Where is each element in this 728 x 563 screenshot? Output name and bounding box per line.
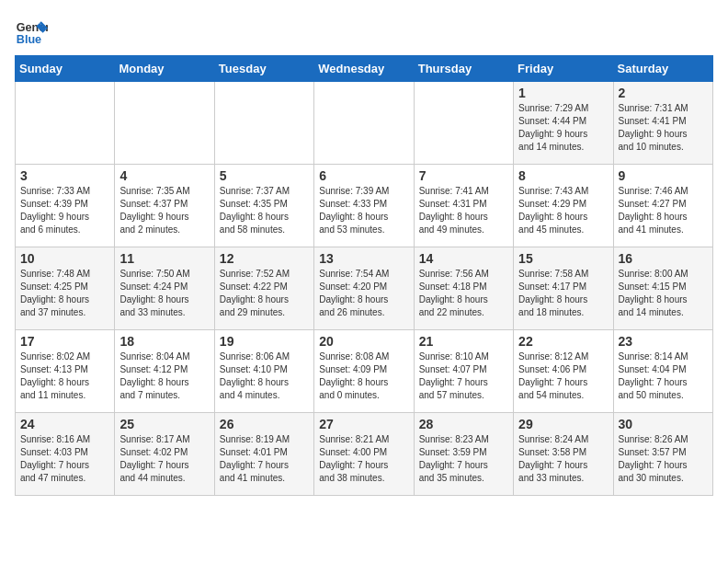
- day-info: Sunrise: 7:54 AM Sunset: 4:20 PM Dayligh…: [319, 268, 408, 319]
- day-number: 17: [20, 334, 109, 349]
- day-number: 9: [619, 168, 708, 183]
- weekday-header-sunday: Sunday: [16, 56, 115, 82]
- logo-icon: General Blue: [15, 15, 48, 48]
- day-info: Sunrise: 8:04 AM Sunset: 4:12 PM Dayligh…: [119, 350, 209, 402]
- weekday-header-monday: Monday: [115, 56, 214, 82]
- day-number: 2: [619, 86, 708, 100]
- day-number: 10: [20, 251, 109, 266]
- calendar-cell: 23Sunrise: 8:14 AM Sunset: 4:04 PM Dayli…: [613, 330, 712, 413]
- calendar-cell: 5Sunrise: 7:37 AM Sunset: 4:35 PM Daylig…: [214, 165, 313, 247]
- day-info: Sunrise: 8:02 AM Sunset: 4:13 PM Dayligh…: [20, 350, 109, 402]
- calendar-cell: 22Sunrise: 8:12 AM Sunset: 4:06 PM Dayli…: [514, 330, 613, 413]
- day-number: 22: [518, 334, 608, 349]
- day-info: Sunrise: 8:16 AM Sunset: 4:03 PM Dayligh…: [20, 433, 109, 485]
- calendar-cell: 9Sunrise: 7:46 AM Sunset: 4:27 PM Daylig…: [613, 165, 712, 247]
- day-info: Sunrise: 8:24 AM Sunset: 3:58 PM Dayligh…: [518, 433, 608, 485]
- day-number: 5: [220, 168, 309, 183]
- weekday-header-tuesday: Tuesday: [214, 56, 313, 82]
- day-info: Sunrise: 7:37 AM Sunset: 4:35 PM Dayligh…: [220, 185, 309, 236]
- weekday-header-saturday: Saturday: [613, 56, 712, 82]
- day-number: 25: [119, 417, 209, 431]
- day-info: Sunrise: 8:23 AM Sunset: 3:59 PM Dayligh…: [419, 433, 508, 485]
- calendar-cell: 1Sunrise: 7:29 AM Sunset: 4:44 PM Daylig…: [514, 82, 613, 165]
- day-info: Sunrise: 7:31 AM Sunset: 4:41 PM Dayligh…: [619, 102, 708, 154]
- calendar-cell: 26Sunrise: 8:19 AM Sunset: 4:01 PM Dayli…: [214, 413, 313, 496]
- weekday-header-friday: Friday: [514, 56, 613, 82]
- day-info: Sunrise: 7:46 AM Sunset: 4:27 PM Dayligh…: [619, 185, 708, 236]
- day-info: Sunrise: 8:08 AM Sunset: 4:09 PM Dayligh…: [319, 350, 408, 402]
- calendar-cell: [16, 82, 115, 165]
- calendar-cell: 12Sunrise: 7:52 AM Sunset: 4:22 PM Dayli…: [214, 247, 313, 330]
- day-info: Sunrise: 8:26 AM Sunset: 3:57 PM Dayligh…: [619, 433, 708, 485]
- day-info: Sunrise: 7:48 AM Sunset: 4:25 PM Dayligh…: [20, 268, 109, 319]
- day-number: 19: [220, 334, 309, 349]
- day-info: Sunrise: 7:56 AM Sunset: 4:18 PM Dayligh…: [419, 268, 508, 319]
- calendar-cell: 18Sunrise: 8:04 AM Sunset: 4:12 PM Dayli…: [115, 330, 214, 413]
- calendar-cell: 25Sunrise: 8:17 AM Sunset: 4:02 PM Dayli…: [115, 413, 214, 496]
- calendar-cell: 19Sunrise: 8:06 AM Sunset: 4:10 PM Dayli…: [214, 330, 313, 413]
- calendar-cell: [314, 82, 414, 165]
- day-info: Sunrise: 8:00 AM Sunset: 4:15 PM Dayligh…: [619, 268, 708, 319]
- day-number: 18: [119, 334, 209, 349]
- calendar-cell: 27Sunrise: 8:21 AM Sunset: 4:00 PM Dayli…: [314, 413, 414, 496]
- calendar-cell: 2Sunrise: 7:31 AM Sunset: 4:41 PM Daylig…: [613, 82, 712, 165]
- day-number: 23: [619, 334, 708, 349]
- day-number: 6: [319, 168, 408, 183]
- day-info: Sunrise: 7:41 AM Sunset: 4:31 PM Dayligh…: [419, 185, 508, 236]
- calendar-cell: 7Sunrise: 7:41 AM Sunset: 4:31 PM Daylig…: [414, 165, 513, 247]
- day-info: Sunrise: 7:29 AM Sunset: 4:44 PM Dayligh…: [518, 102, 608, 154]
- calendar-table: SundayMondayTuesdayWednesdayThursdayFrid…: [15, 55, 713, 496]
- calendar-cell: 14Sunrise: 7:56 AM Sunset: 4:18 PM Dayli…: [414, 247, 513, 330]
- calendar-cell: 11Sunrise: 7:50 AM Sunset: 4:24 PM Dayli…: [115, 247, 214, 330]
- calendar-week-row: 10Sunrise: 7:48 AM Sunset: 4:25 PM Dayli…: [16, 247, 713, 330]
- calendar-cell: [214, 82, 313, 165]
- calendar-cell: 24Sunrise: 8:16 AM Sunset: 4:03 PM Dayli…: [16, 413, 115, 496]
- day-number: 16: [619, 251, 708, 266]
- calendar-cell: 29Sunrise: 8:24 AM Sunset: 3:58 PM Dayli…: [514, 413, 613, 496]
- day-number: 15: [518, 251, 608, 266]
- day-number: 21: [419, 334, 508, 349]
- logo: General Blue: [15, 15, 51, 48]
- day-number: 26: [220, 417, 309, 431]
- calendar-cell: 15Sunrise: 7:58 AM Sunset: 4:17 PM Dayli…: [514, 247, 613, 330]
- calendar-cell: 20Sunrise: 8:08 AM Sunset: 4:09 PM Dayli…: [314, 330, 414, 413]
- calendar-body: 1Sunrise: 7:29 AM Sunset: 4:44 PM Daylig…: [16, 82, 713, 496]
- day-number: 7: [419, 168, 508, 183]
- day-info: Sunrise: 7:50 AM Sunset: 4:24 PM Dayligh…: [119, 268, 209, 319]
- calendar-cell: [414, 82, 513, 165]
- weekday-header-wednesday: Wednesday: [314, 56, 414, 82]
- day-number: 24: [20, 417, 109, 431]
- day-info: Sunrise: 7:39 AM Sunset: 4:33 PM Dayligh…: [319, 185, 408, 236]
- day-info: Sunrise: 8:19 AM Sunset: 4:01 PM Dayligh…: [220, 433, 309, 485]
- calendar-cell: 6Sunrise: 7:39 AM Sunset: 4:33 PM Daylig…: [314, 165, 414, 247]
- weekday-header-row: SundayMondayTuesdayWednesdayThursdayFrid…: [16, 56, 713, 82]
- day-number: 4: [119, 168, 209, 183]
- calendar-cell: 13Sunrise: 7:54 AM Sunset: 4:20 PM Dayli…: [314, 247, 414, 330]
- day-info: Sunrise: 8:14 AM Sunset: 4:04 PM Dayligh…: [619, 350, 708, 402]
- day-info: Sunrise: 7:33 AM Sunset: 4:39 PM Dayligh…: [20, 185, 109, 236]
- day-info: Sunrise: 8:10 AM Sunset: 4:07 PM Dayligh…: [419, 350, 508, 402]
- day-number: 29: [518, 417, 608, 431]
- day-number: 27: [319, 417, 408, 431]
- calendar-cell: 17Sunrise: 8:02 AM Sunset: 4:13 PM Dayli…: [16, 330, 115, 413]
- calendar-cell: 3Sunrise: 7:33 AM Sunset: 4:39 PM Daylig…: [16, 165, 115, 247]
- day-number: 11: [119, 251, 209, 266]
- day-info: Sunrise: 8:06 AM Sunset: 4:10 PM Dayligh…: [220, 350, 309, 402]
- day-number: 13: [319, 251, 408, 266]
- day-info: Sunrise: 8:12 AM Sunset: 4:06 PM Dayligh…: [518, 350, 608, 402]
- calendar-cell: [115, 82, 214, 165]
- day-number: 28: [419, 417, 508, 431]
- calendar-week-row: 24Sunrise: 8:16 AM Sunset: 4:03 PM Dayli…: [16, 413, 713, 496]
- calendar-cell: 21Sunrise: 8:10 AM Sunset: 4:07 PM Dayli…: [414, 330, 513, 413]
- day-number: 20: [319, 334, 408, 349]
- calendar-cell: 28Sunrise: 8:23 AM Sunset: 3:59 PM Dayli…: [414, 413, 513, 496]
- day-number: 1: [518, 86, 608, 100]
- day-info: Sunrise: 7:58 AM Sunset: 4:17 PM Dayligh…: [518, 268, 608, 319]
- calendar-week-row: 17Sunrise: 8:02 AM Sunset: 4:13 PM Dayli…: [16, 330, 713, 413]
- day-info: Sunrise: 7:52 AM Sunset: 4:22 PM Dayligh…: [220, 268, 309, 319]
- day-number: 3: [20, 168, 109, 183]
- calendar-cell: 16Sunrise: 8:00 AM Sunset: 4:15 PM Dayli…: [613, 247, 712, 330]
- weekday-header-thursday: Thursday: [414, 56, 513, 82]
- day-info: Sunrise: 7:35 AM Sunset: 4:37 PM Dayligh…: [119, 185, 209, 236]
- day-number: 14: [419, 251, 508, 266]
